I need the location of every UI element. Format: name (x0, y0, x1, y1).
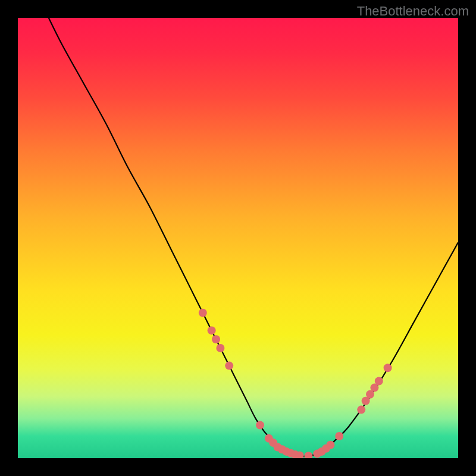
dot-marker (335, 432, 343, 440)
dot-marker (216, 344, 224, 352)
dot-marker (212, 335, 220, 343)
dot-marker (199, 309, 207, 317)
watermark-label: TheBottleneck.com (357, 4, 469, 19)
dot-marker (384, 364, 392, 372)
frame: TheBottleneck.com (0, 0, 476, 476)
dot-marker (357, 406, 365, 414)
dot-marker (225, 362, 233, 370)
dot-marker (256, 421, 264, 430)
dot-marker (208, 326, 216, 334)
plot-area (18, 18, 458, 458)
dot-marker (326, 441, 334, 449)
plot-svg (18, 18, 458, 458)
dot-marker (375, 377, 383, 386)
